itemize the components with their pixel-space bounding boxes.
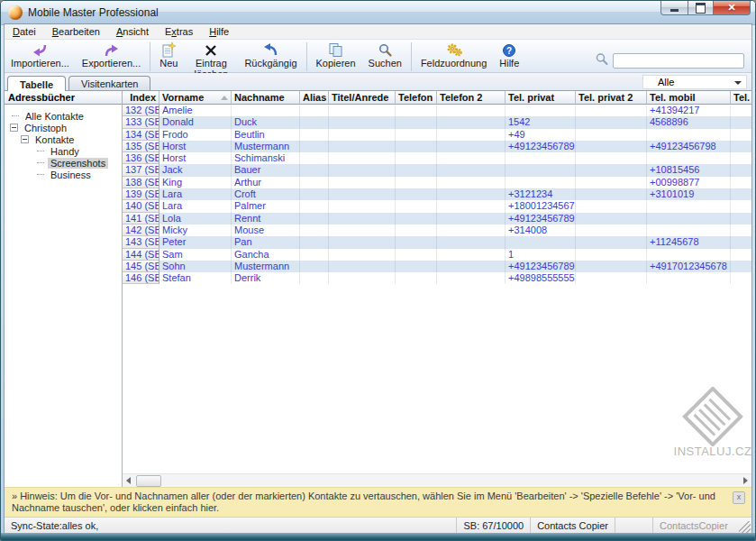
cell-tel_privat2[interactable] <box>576 225 647 236</box>
cell-telefon2[interactable] <box>437 236 506 248</box>
cell-nachname[interactable]: Mustermann <box>232 141 300 152</box>
close-button[interactable]: ✕ <box>714 1 751 15</box>
cell-tel_mobil[interactable]: +4917012345678 <box>647 261 731 272</box>
cell-tel_privat[interactable]: +49123456789 <box>506 141 576 152</box>
cell-telefon2[interactable] <box>437 105 506 116</box>
filter-dropdown[interactable]: Alle <box>642 75 747 89</box>
cell-tel_mobil[interactable]: +10815456 <box>647 164 731 176</box>
cell-telefon[interactable] <box>396 177 437 188</box>
cell-tel_mobil[interactable]: 4568896 <box>647 116 731 128</box>
column-header-alias[interactable]: Alias <box>300 91 329 105</box>
cell-vorname[interactable]: Horst <box>159 141 232 152</box>
cell-titel[interactable] <box>329 152 396 164</box>
maximize-button[interactable] <box>688 1 714 15</box>
cell-titel[interactable] <box>329 105 396 116</box>
cell-tel_privat[interactable]: +3121234 <box>506 188 576 200</box>
cell-alias[interactable] <box>300 152 329 164</box>
cell-nachname[interactable]: Palmer <box>232 200 300 212</box>
cell-tel_privat[interactable] <box>506 177 576 188</box>
table-row[interactable]: 134 (SB)FrodoBeutlin+49 <box>123 129 751 141</box>
table-row[interactable]: 143 (SB)PeterPan+11245678 <box>123 236 751 248</box>
cell-telefon[interactable] <box>396 164 437 176</box>
tab-tabelle[interactable]: Tabelle <box>7 76 66 91</box>
cell-index[interactable]: 140 (SB) <box>123 200 159 212</box>
cell-telefon[interactable] <box>396 249 437 261</box>
cell-alias[interactable] <box>300 164 329 176</box>
cell-index[interactable]: 146 (SB) <box>123 272 159 284</box>
cell-tel_privat[interactable] <box>506 236 576 248</box>
column-header-titel[interactable]: Titel/Anrede <box>329 91 396 105</box>
cell-tel_privat[interactable]: +49 <box>506 129 576 141</box>
table-row[interactable]: 145 (SB)SohnMustermann+49123456789+49170… <box>123 261 751 272</box>
cell-tel_mobil[interactable]: +3101019 <box>647 188 731 200</box>
cell-telefon2[interactable] <box>437 249 506 261</box>
cell-tel_mobil[interactable] <box>647 129 731 141</box>
undo-button[interactable]: Rückgängig <box>238 41 303 69</box>
cell-nachname[interactable]: Mustermann <box>232 261 300 272</box>
hint-close-button[interactable]: x <box>733 491 745 504</box>
cell-tel_mobil[interactable] <box>647 249 731 261</box>
cell-vorname[interactable]: Lara <box>159 188 232 200</box>
cell-vorname[interactable]: Frodo <box>159 129 232 141</box>
cell-vorname[interactable]: Stefan <box>159 272 232 284</box>
cell-tel_privat2[interactable] <box>576 249 647 261</box>
cell-telefon2[interactable] <box>437 152 506 164</box>
cell-nachname[interactable] <box>232 105 300 116</box>
scrollbar-thumb[interactable] <box>136 475 161 487</box>
menu-bearbeiten[interactable]: Bearbeiten <box>44 25 108 38</box>
column-header-telefon[interactable]: Telefon <box>396 91 437 105</box>
cell-vorname[interactable]: Jack <box>159 164 232 176</box>
cell-telefon2[interactable] <box>437 141 506 152</box>
table-row[interactable]: 136 (SB)HorstSchimanski <box>123 152 751 164</box>
column-header-tel_privat2[interactable]: Tel. privat 2 <box>576 91 647 105</box>
cell-tel_privat2[interactable] <box>576 116 647 128</box>
cell-telefon[interactable] <box>396 213 437 225</box>
cell-tel_privat2[interactable] <box>576 141 647 152</box>
cell-telefon2[interactable] <box>437 225 506 236</box>
cell-alias[interactable] <box>300 116 329 128</box>
cell-tel_privat[interactable]: +49123456789 <box>506 261 576 272</box>
cell-tel_privat[interactable]: +18001234567 <box>506 200 576 212</box>
cell-tel_mobil2[interactable] <box>731 152 751 164</box>
table-row[interactable]: 137 (SB)JackBauer+10815456 <box>123 164 751 176</box>
cell-vorname[interactable]: Donald <box>159 116 232 128</box>
tab-visitenkarten[interactable]: Visitenkarten <box>68 76 150 90</box>
menu-extras[interactable]: Extras <box>157 25 201 38</box>
cell-nachname[interactable]: Schimanski <box>232 152 300 164</box>
cell-titel[interactable] <box>329 188 396 200</box>
hint-text[interactable]: » Hinweis: Um die Vor- und Nachnamen all… <box>12 491 715 513</box>
column-header-index[interactable]: Index <box>123 91 159 105</box>
scroll-left-button[interactable] <box>123 475 134 487</box>
cell-tel_privat[interactable]: 1 <box>506 249 576 261</box>
cell-tel_privat[interactable]: +314008 <box>506 225 576 236</box>
tree-item-screenshots[interactable]: Screenshots <box>37 157 122 169</box>
cell-titel[interactable] <box>329 129 396 141</box>
column-header-telefon2[interactable]: Telefon 2 <box>437 91 506 105</box>
cell-nachname[interactable]: Bauer <box>232 164 300 176</box>
cell-titel[interactable] <box>329 164 396 176</box>
cell-tel_privat2[interactable] <box>576 164 647 176</box>
cell-tel_mobil2[interactable] <box>731 200 751 212</box>
cell-tel_mobil2[interactable] <box>731 249 751 261</box>
cell-nachname[interactable]: Rennt <box>232 213 300 225</box>
cell-nachname[interactable]: Pan <box>232 236 300 248</box>
cell-tel_privat2[interactable] <box>576 152 647 164</box>
cell-tel_mobil[interactable] <box>647 225 731 236</box>
cell-tel_mobil2[interactable] <box>731 141 751 152</box>
cell-telefon2[interactable] <box>437 177 506 188</box>
cell-titel[interactable] <box>329 225 396 236</box>
cell-tel_mobil[interactable]: +41394217 <box>647 105 731 116</box>
cell-index[interactable]: 133 (SB) <box>123 116 159 128</box>
cell-nachname[interactable]: Croft <box>232 188 300 200</box>
cell-vorname[interactable]: Peter <box>159 236 232 248</box>
cell-telefon2[interactable] <box>437 164 506 176</box>
cell-tel_mobil[interactable]: +11245678 <box>647 236 731 248</box>
tree-collapse-icon[interactable] <box>21 135 29 143</box>
column-header-nachname[interactable]: Nachname <box>232 91 300 105</box>
menu-datei[interactable]: Datei <box>5 25 44 38</box>
cell-telefon[interactable] <box>396 272 437 284</box>
cell-tel_privat[interactable] <box>506 105 576 116</box>
cell-tel_mobil2[interactable] <box>731 261 751 272</box>
cell-nachname[interactable]: Mouse <box>232 225 300 236</box>
cell-vorname[interactable]: Micky <box>159 225 232 236</box>
